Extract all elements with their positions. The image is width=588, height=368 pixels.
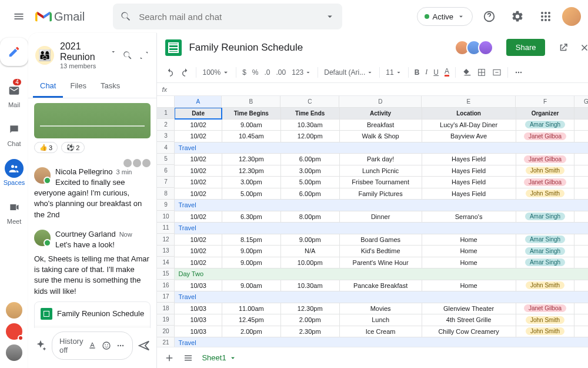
row-number[interactable]: 3: [157, 131, 175, 142]
emoji-icon[interactable]: [102, 341, 111, 350]
nav-meet[interactable]: Meet: [5, 198, 24, 225]
italic-button[interactable]: I: [425, 68, 427, 77]
sheet-title[interactable]: Family Reunion Schedule: [189, 42, 303, 54]
nav-chat[interactable]: Chat: [5, 120, 24, 147]
nav-mail[interactable]: 4 Mail: [5, 81, 24, 108]
formula-bar[interactable]: fx: [157, 83, 588, 96]
help-button[interactable]: [477, 5, 501, 28]
sheet-row[interactable]: Travel: [175, 223, 588, 234]
column-header[interactable]: C: [280, 96, 339, 108]
compose-button[interactable]: [0, 38, 28, 66]
underline-button[interactable]: U: [433, 68, 439, 77]
row-number[interactable]: 13: [157, 246, 175, 257]
decrease-decimal[interactable]: .0: [265, 68, 270, 77]
row-number[interactable]: 2: [157, 119, 175, 131]
main-menu-button[interactable]: [7, 5, 31, 28]
account-avatar[interactable]: [562, 7, 581, 26]
more-toolbar-button[interactable]: [514, 68, 523, 77]
sheet-row[interactable]: Travel: [175, 337, 588, 347]
close-button[interactable]: [579, 42, 588, 53]
more-icon[interactable]: [116, 341, 125, 350]
row-number[interactable]: 6: [157, 165, 175, 177]
add-sheet-button[interactable]: [164, 353, 175, 363]
column-header[interactable]: D: [339, 96, 422, 108]
sheet-row[interactable]: 10/0212.30pm6.00pmPark day!Hayes FieldJa…: [175, 154, 588, 165]
sheet-tab-1[interactable]: Sheet1: [202, 353, 236, 362]
number-format-dropdown[interactable]: 123: [292, 68, 312, 77]
search-box[interactable]: [113, 4, 342, 29]
all-sheets-button[interactable]: [183, 353, 193, 363]
sheet-row[interactable]: 10/029.00pmN/AKid's BedtimeHomeAmar Sing…: [175, 246, 588, 257]
send-button[interactable]: [138, 339, 151, 352]
row-number[interactable]: 16: [157, 280, 175, 291]
sheet-row[interactable]: 10/0311.00am12.30pmMoviesGlenview Theate…: [175, 303, 588, 314]
reaction-2[interactable]: ⚽2: [61, 142, 85, 153]
search-in-space-button[interactable]: [122, 50, 133, 61]
row-number[interactable]: 7: [157, 177, 175, 188]
row-number[interactable]: 10: [157, 211, 175, 223]
merge-button[interactable]: [492, 68, 502, 77]
open-new-tab-button[interactable]: [558, 42, 569, 53]
row-number[interactable]: 9: [157, 200, 175, 211]
row-number[interactable]: 15: [157, 268, 175, 280]
font-dropdown[interactable]: Default (Ari...: [324, 68, 373, 77]
increase-decimal[interactable]: .00: [276, 68, 286, 77]
sheet-row[interactable]: 10/0312.45pm2.00pmLunch4th Street Grille…: [175, 314, 588, 326]
row-number[interactable]: 1: [157, 108, 175, 120]
dm-avatar-3[interactable]: [6, 344, 22, 361]
reaction-1[interactable]: 👍3: [34, 142, 58, 153]
sheet-row[interactable]: 10/023.00pm5.00pmFrisbee TournamentHayes…: [175, 177, 588, 188]
fill-color-button[interactable]: [462, 68, 471, 77]
fontsize-dropdown[interactable]: 11: [386, 68, 402, 77]
row-number[interactable]: 21: [157, 337, 175, 347]
dm-avatar-1[interactable]: [6, 302, 22, 319]
tab-tasks[interactable]: Tasks: [93, 75, 127, 98]
undo-button[interactable]: [165, 68, 175, 77]
sheet-row[interactable]: Travel: [175, 142, 588, 154]
percent-format[interactable]: %: [252, 68, 259, 77]
row-number[interactable]: 14: [157, 257, 175, 268]
sheet-row[interactable]: 10/039.00am10.30amPancake BreakfastHomeJ…: [175, 280, 588, 291]
text-format-icon[interactable]: [88, 341, 97, 350]
apps-button[interactable]: [534, 5, 557, 28]
sheet-row[interactable]: 10/029.00am10.30amBreakfastLucy's All-Da…: [175, 119, 588, 131]
borders-button[interactable]: [477, 68, 486, 77]
smart-compose-icon[interactable]: [34, 339, 47, 352]
zoom-dropdown[interactable]: 100%: [202, 68, 230, 77]
text-color-button[interactable]: A: [445, 68, 449, 77]
sheet-row[interactable]: 10/029.00pm10.00pmParent's Wine HourHome…: [175, 257, 588, 268]
select-all-corner[interactable]: [157, 96, 175, 108]
column-header[interactable]: G: [574, 96, 588, 108]
column-header[interactable]: F: [516, 96, 574, 108]
tab-chat[interactable]: Chat: [33, 75, 63, 98]
column-header[interactable]: E: [422, 96, 516, 108]
row-number[interactable]: 17: [157, 291, 175, 303]
row-number[interactable]: 18: [157, 303, 175, 314]
currency-format[interactable]: $: [242, 68, 246, 77]
sheet-row[interactable]: 10/026.30pm8.00pmDinnerSerrano'sAmar Sin…: [175, 211, 588, 223]
search-input[interactable]: [139, 12, 318, 22]
sheets-attachment-card[interactable]: Family Reunion Schedule DateTime BeginsT…: [34, 301, 151, 328]
sheet-row[interactable]: 10/0210.45am12.00pmWalk & ShopBayview Av…: [175, 131, 588, 142]
sheet-row[interactable]: 10/0212.30pm3.00pmLunch PicnicHayes Fiel…: [175, 165, 588, 177]
row-number[interactable]: 11: [157, 223, 175, 234]
collaborator-avatars[interactable]: [458, 40, 493, 55]
nav-spaces[interactable]: Spaces: [4, 159, 25, 186]
row-number[interactable]: 19: [157, 314, 175, 326]
row-number[interactable]: 20: [157, 326, 175, 337]
chat-image-attachment[interactable]: [34, 103, 151, 138]
bold-button[interactable]: B: [415, 68, 420, 77]
tab-files[interactable]: Files: [63, 75, 93, 98]
sheet-row[interactable]: 10/025.00pm6.00pmFamily PicturesHayes Fi…: [175, 188, 588, 200]
sheet-row[interactable]: Travel: [175, 200, 588, 211]
settings-button[interactable]: [506, 5, 529, 28]
redo-button[interactable]: [181, 68, 190, 77]
chevron-down-icon[interactable]: [110, 48, 116, 56]
sheet-row[interactable]: Travel: [175, 291, 588, 303]
dm-avatar-2[interactable]: [6, 323, 22, 340]
sheet-row[interactable]: Day Two: [175, 268, 588, 280]
row-number[interactable]: 8: [157, 188, 175, 200]
compose-input[interactable]: History off: [52, 331, 133, 360]
collapse-button[interactable]: [139, 50, 149, 61]
row-number[interactable]: 4: [157, 142, 175, 154]
